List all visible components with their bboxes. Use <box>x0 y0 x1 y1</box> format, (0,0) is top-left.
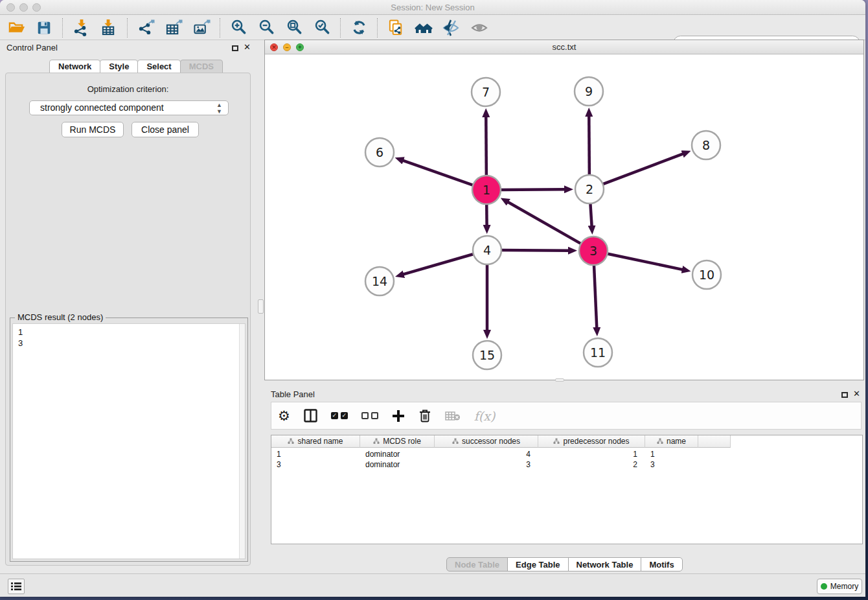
table-cell[interactable]: dominator <box>360 459 435 470</box>
node-1[interactable]: 1 <box>472 176 501 204</box>
delete-column-button[interactable] <box>445 406 461 426</box>
table-cell[interactable]: dominator <box>360 449 435 459</box>
edge-1-2[interactable] <box>498 189 565 190</box>
add-row-button[interactable] <box>392 406 405 426</box>
export-table-button[interactable] <box>164 18 183 38</box>
column-tree-icon <box>288 438 294 444</box>
tab-select[interactable]: Select <box>137 60 180 73</box>
tab-node-table[interactable]: Node Table <box>446 557 508 571</box>
node-3[interactable]: 3 <box>579 237 608 265</box>
apply-function-button[interactable]: f(x) <box>474 406 496 426</box>
export-image-button[interactable] <box>192 18 211 38</box>
table-cell[interactable]: 3 <box>645 459 698 470</box>
table-cell[interactable]: 2 <box>538 459 645 470</box>
open-session-button[interactable] <box>6 18 26 38</box>
edge-4-14[interactable] <box>404 253 476 274</box>
column-header-MCDS-role[interactable]: MCDS role <box>360 435 435 448</box>
run-mcds-button[interactable]: Run MCDS <box>62 122 124 137</box>
fx-icon: f(x) <box>474 409 496 423</box>
table-delete-icon <box>445 411 461 421</box>
unchecked-checkbox-icon <box>361 412 369 419</box>
table-tabs: Node TableEdge TableNetwork TableMotifs <box>447 557 683 571</box>
float-table-panel-icon[interactable] <box>841 392 848 398</box>
deselect-all-button[interactable] <box>361 406 378 426</box>
node-table[interactable]: shared nameMCDS rolesuccessor nodesprede… <box>271 435 863 544</box>
edge-3-11[interactable] <box>594 262 597 328</box>
close-panel-icon[interactable]: ✕ <box>244 42 251 52</box>
table-cell[interactable]: 3 <box>435 459 538 470</box>
table-cell[interactable]: 1 <box>271 449 360 459</box>
node-7[interactable]: 7 <box>472 78 500 106</box>
node-6[interactable]: 6 <box>365 138 394 167</box>
clone-network-button[interactable] <box>386 18 405 38</box>
tab-mcds[interactable]: MCDS <box>180 60 223 73</box>
edge-4-3[interactable] <box>499 250 569 251</box>
node-8[interactable]: 8 <box>692 131 720 159</box>
network-canvas[interactable]: 1234678910111415 <box>265 54 863 380</box>
column-header-shared-name[interactable]: shared name <box>271 435 360 448</box>
plus-icon <box>392 410 405 422</box>
network-window-titlebar[interactable]: ✕ – + scc.txt <box>265 40 863 54</box>
tab-edge-table[interactable]: Edge Table <box>507 557 568 571</box>
edge-1-6[interactable] <box>403 161 475 186</box>
node-4[interactable]: 4 <box>473 236 501 264</box>
zoom-out-button[interactable] <box>257 18 276 38</box>
table-cell[interactable]: 4 <box>435 449 538 459</box>
trash-icon <box>418 409 431 423</box>
node-label: 15 <box>479 348 495 362</box>
network-view-window: ✕ – + scc.txt 1234678910111415 <box>264 40 864 380</box>
optimization-criterion-select[interactable]: strongly connected component ▲▼ <box>29 100 229 115</box>
memory-button[interactable]: Memory <box>817 579 862 594</box>
edge-3-1[interactable] <box>508 202 583 245</box>
edge-2-9[interactable] <box>589 116 589 178</box>
table-row[interactable]: 3dominator323 <box>271 459 698 470</box>
column-header-successor-nodes[interactable]: successor nodes <box>435 435 538 448</box>
delete-row-button[interactable] <box>418 406 431 426</box>
graphics-details-button[interactable] <box>470 18 489 38</box>
task-history-button[interactable] <box>8 579 25 594</box>
table-cell[interactable]: 3 <box>271 459 360 470</box>
edge-1-7[interactable] <box>486 117 486 178</box>
tab-network[interactable]: Network <box>49 60 100 73</box>
zoom-in-button[interactable] <box>229 18 248 38</box>
close-table-panel-icon[interactable]: ✕ <box>853 389 860 398</box>
close-panel-button[interactable]: Close panel <box>131 122 199 137</box>
import-network-button[interactable] <box>71 18 91 38</box>
column-header-name[interactable]: name <box>645 435 698 448</box>
table-cell[interactable]: 1 <box>645 449 698 459</box>
mcds-result-area[interactable]: 13 <box>12 323 246 559</box>
network-graph[interactable]: 1234678910111415 <box>265 54 863 380</box>
node-2[interactable]: 2 <box>575 175 604 203</box>
result-scrollbar[interactable] <box>239 324 245 559</box>
table-row[interactable]: 1dominator411 <box>271 449 698 459</box>
export-network-button[interactable] <box>136 18 155 38</box>
panel-divider-grip[interactable] <box>258 299 264 314</box>
home-button[interactable] <box>414 18 433 38</box>
tab-motifs[interactable]: Motifs <box>641 557 682 571</box>
save-session-button[interactable] <box>34 18 54 38</box>
table-cell[interactable]: 1 <box>538 449 645 459</box>
fit-content-button[interactable] <box>284 18 304 38</box>
node-9[interactable]: 9 <box>575 77 603 106</box>
node-10[interactable]: 10 <box>692 260 721 289</box>
node-14[interactable]: 14 <box>365 267 394 295</box>
node-11[interactable]: 11 <box>584 338 612 367</box>
canvas-divider-grip[interactable] <box>555 378 564 382</box>
toggle-style-button[interactable] <box>442 18 461 38</box>
mcds-result-group: MCDS result (2 nodes) 13 <box>10 317 248 562</box>
edge-3-10[interactable] <box>605 253 683 270</box>
zoom-selected-button[interactable] <box>312 18 332 38</box>
tab-network-table[interactable]: Network Table <box>568 557 642 571</box>
split-columns-button[interactable] <box>304 406 317 426</box>
float-panel-icon[interactable] <box>232 45 238 51</box>
result-line: 1 <box>18 327 240 338</box>
select-all-button[interactable]: ✓✓ <box>331 406 348 426</box>
import-table-button[interactable] <box>99 18 119 38</box>
edge-2-3[interactable] <box>590 201 591 226</box>
table-settings-button[interactable]: ⚙ <box>278 406 290 426</box>
apply-layout-button[interactable] <box>349 18 369 38</box>
edge-2-8[interactable] <box>600 154 683 185</box>
column-header-predecessor-nodes[interactable]: predecessor nodes <box>538 435 645 448</box>
node-15[interactable]: 15 <box>473 341 501 369</box>
tab-style[interactable]: Style <box>100 60 138 73</box>
